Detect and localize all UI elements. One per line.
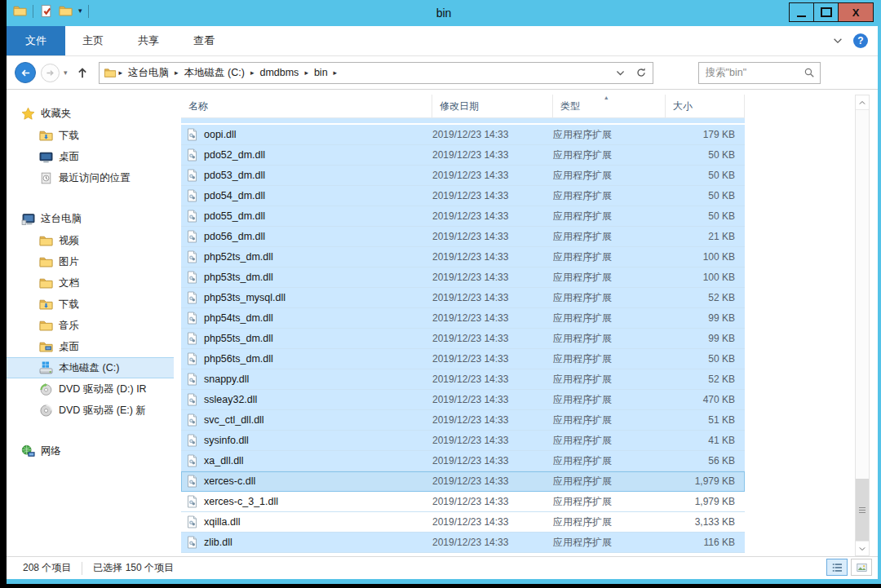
file-size: 52 KB — [666, 369, 745, 389]
file-row[interactable]: php56ts_dm.dll2019/12/23 14:33应用程序扩展50 K… — [181, 349, 745, 369]
tab-view[interactable]: 查看 — [176, 26, 232, 55]
sidebar-item[interactable]: 文档 — [7, 272, 174, 294]
file-row[interactable]: php52ts_dm.dll2019/12/23 14:33应用程序扩展100 … — [181, 247, 745, 267]
file-row[interactable]: php53ts_mysql.dll2019/12/23 14:33应用程序扩展5… — [181, 288, 745, 308]
sidebar-item[interactable]: 最近访问的位置 — [7, 167, 174, 188]
dll-icon — [186, 312, 198, 325]
ribbon-collapse-chevron-icon[interactable] — [832, 35, 843, 46]
file-row[interactable]: php53ts_dm.dll2019/12/23 14:33应用程序扩展100 … — [181, 267, 745, 288]
selection-count: 已选择 150 个项目 — [93, 561, 174, 575]
file-row[interactable]: php54ts_dm.dll2019/12/23 14:33应用程序扩展99 K… — [181, 308, 745, 329]
details-view-button[interactable] — [826, 559, 848, 576]
vertical-scrollbar[interactable] — [855, 95, 870, 556]
star-icon — [21, 107, 35, 121]
maximize-button[interactable] — [813, 2, 839, 22]
file-size: 1,979 KB — [666, 492, 745, 511]
column-header[interactable]: 大小 — [666, 95, 745, 117]
sidebar-item[interactable]: 视频 — [7, 230, 174, 251]
sidebar-item[interactable]: 桌面 — [7, 146, 174, 167]
recent-locations-chevron-icon[interactable]: ▾ — [64, 69, 68, 77]
dll-icon — [186, 475, 198, 488]
scrollbar-thumb[interactable] — [856, 479, 869, 541]
file-date: 2019/12/23 14:33 — [432, 166, 553, 185]
thumb-grip — [859, 507, 866, 508]
file-name-cell: php53ts_dm.dll — [181, 267, 432, 287]
breadcrumb-separator-icon: ▸ — [248, 69, 257, 77]
sidebar-item[interactable]: 本地磁盘 (C:) — [7, 357, 174, 378]
sidebar-root-item[interactable]: 收藏夹 — [7, 103, 175, 125]
file-name-cell: pdo53_dm.dll — [181, 166, 432, 185]
file-row[interactable]: pdo52_dm.dll2019/12/23 14:33应用程序扩展50 KB — [181, 145, 745, 166]
sidebar-item[interactable]: 下载 — [7, 294, 174, 315]
file-name: ssleay32.dll — [204, 394, 257, 405]
file-name: zlib.dll — [204, 537, 232, 548]
close-button[interactable]: X — [838, 2, 874, 22]
tab-share[interactable]: 共享 — [121, 26, 176, 55]
tab-home[interactable]: 主页 — [65, 26, 121, 55]
scroll-up-button[interactable] — [856, 95, 869, 110]
file-type: 应用程序扩展 — [553, 512, 666, 532]
file-type: 应用程序扩展 — [553, 227, 666, 246]
breadcrumb-item[interactable]: dmdbms — [256, 67, 302, 78]
file-type: 应用程序扩展 — [553, 349, 666, 369]
breadcrumb-item[interactable]: 这台电脑 — [125, 66, 172, 80]
sidebar-item[interactable]: 音乐 — [7, 315, 174, 336]
sidebar-root-item[interactable]: 网络 — [7, 440, 175, 462]
file-row[interactable]: pdo53_dm.dll2019/12/23 14:33应用程序扩展50 KB — [181, 166, 745, 186]
breadcrumb-item[interactable]: 本地磁盘 (C:) — [181, 66, 248, 80]
file-size: 50 KB — [666, 145, 745, 165]
file-name-cell: ssleay32.dll — [181, 390, 432, 409]
column-header[interactable]: 修改日期 — [432, 95, 553, 117]
file-row[interactable]: sysinfo.dll2019/12/23 14:33应用程序扩展41 KB — [181, 431, 745, 451]
search-input[interactable] — [699, 66, 802, 79]
file-name-cell: pdo54_dm.dll — [181, 186, 432, 206]
sidebar-section: 网络 — [7, 440, 175, 462]
minimize-button[interactable] — [789, 2, 814, 22]
sidebar-item[interactable]: 桌面 — [7, 336, 174, 357]
column-header[interactable]: 名称 — [181, 95, 432, 117]
tab-file[interactable]: 文件 — [7, 26, 65, 55]
back-button[interactable] — [15, 62, 36, 83]
sidebar-item[interactable]: 图片 — [7, 251, 174, 272]
file-row[interactable]: snappy.dll2019/12/23 14:33应用程序扩展52 KB — [181, 369, 745, 390]
file-row[interactable]: svc_ctl_dll.dll2019/12/23 14:33应用程序扩展51 … — [181, 410, 745, 431]
scroll-down-button[interactable] — [856, 541, 869, 555]
file-row[interactable]: oopi.dll2019/12/23 14:33应用程序扩展179 KB — [181, 125, 745, 145]
sidebar-item[interactable]: DVD 驱动器 (D:) IR — [7, 378, 174, 400]
sidebar-root-item[interactable]: 这台电脑 — [7, 208, 175, 230]
file-row[interactable]: pdo55_dm.dll2019/12/23 14:33应用程序扩展50 KB — [181, 206, 745, 227]
refresh-icon[interactable] — [635, 67, 647, 78]
address-bar[interactable]: ▸这台电脑▸本地磁盘 (C:)▸dmdbms▸bin▸ — [99, 62, 653, 84]
thumbnails-view-button[interactable] — [851, 559, 872, 576]
file-row[interactable]: php55ts_dm.dll2019/12/23 14:33应用程序扩展99 K… — [181, 329, 745, 349]
file-date: 2019/12/23 14:33 — [432, 125, 553, 144]
forward-button[interactable] — [41, 64, 60, 82]
dll-icon — [186, 373, 198, 386]
file-row[interactable]: xerces-c.dll2019/12/23 14:33应用程序扩展1,979 … — [181, 471, 745, 492]
dll-icon — [186, 291, 198, 304]
sidebar-item[interactable]: DVD 驱动器 (E:) 新 — [7, 400, 174, 421]
file-row[interactable]: xerces-c_3_1.dll2019/12/23 14:33应用程序扩展1,… — [181, 492, 745, 512]
dvd-green-icon — [39, 382, 53, 396]
sidebar-item[interactable]: 下载 — [7, 125, 174, 146]
file-name-cell: pdo55_dm.dll — [181, 206, 432, 226]
file-name: php56ts_dm.dll — [204, 353, 273, 365]
file-size: 99 KB — [666, 308, 745, 328]
file-row[interactable]: pdo56_dm.dll2019/12/23 14:33应用程序扩展21 KB — [181, 227, 745, 247]
breadcrumb-item[interactable]: bin — [311, 67, 331, 78]
search-icon[interactable] — [804, 67, 815, 78]
help-button[interactable]: ? — [853, 33, 868, 48]
file-row[interactable]: zlib.dll2019/12/23 14:33应用程序扩展116 KB — [181, 533, 745, 553]
file-row[interactable]: pdo54_dm.dll2019/12/23 14:33应用程序扩展50 KB — [181, 186, 745, 206]
up-button[interactable] — [75, 65, 90, 80]
file-row[interactable]: xa_dll.dll2019/12/23 14:33应用程序扩展56 KB — [181, 451, 745, 471]
file-size: 41 KB — [666, 431, 745, 450]
dll-icon — [186, 434, 198, 447]
desktop-icon — [39, 150, 53, 164]
file-name-cell: sysinfo.dll — [181, 431, 432, 450]
address-dropdown-chevron-icon[interactable] — [615, 68, 626, 78]
column-header[interactable]: 类型▲ — [553, 95, 666, 117]
sidebar-item-label: DVD 驱动器 (D:) IR — [59, 382, 147, 396]
file-row[interactable]: xqilla.dll2019/12/23 14:33应用程序扩展3,133 KB — [181, 512, 745, 533]
file-row[interactable]: ssleay32.dll2019/12/23 14:33应用程序扩展470 KB — [181, 390, 745, 410]
